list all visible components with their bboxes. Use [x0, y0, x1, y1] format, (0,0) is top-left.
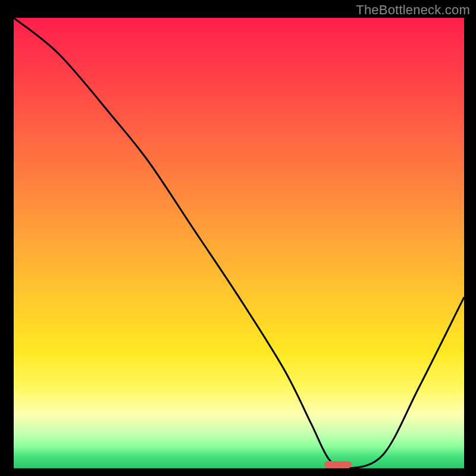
curve-layer	[14, 18, 464, 468]
plot-area	[14, 18, 464, 468]
bottleneck-curve	[14, 18, 464, 468]
optimum-marker	[324, 461, 351, 468]
watermark-text: TheBottleneck.com	[356, 2, 470, 18]
bottleneck-chart: TheBottleneck.com	[0, 0, 476, 476]
